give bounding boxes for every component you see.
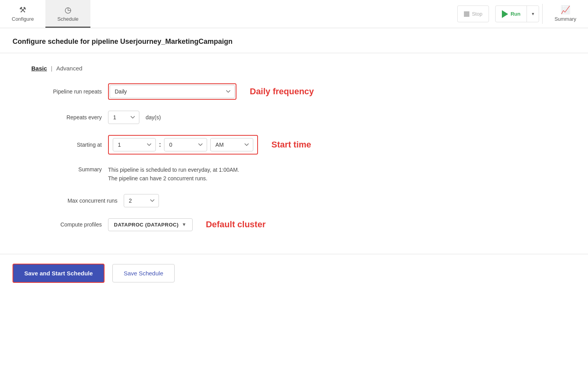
stop-label: Stop (472, 11, 482, 17)
starting-at-label: Starting at (31, 142, 102, 148)
save-and-start-button[interactable]: Save and Start Schedule (13, 264, 105, 283)
pipeline-run-repeats-select[interactable]: Daily Hourly Weekly Monthly (110, 85, 235, 98)
pipeline-run-repeats-row: Pipeline run repeats Daily Hourly Weekly… (31, 83, 557, 100)
nav-configure[interactable]: ⚒ Configure (0, 0, 45, 28)
top-nav: ⚒ Configure ◷ Schedule Stop Run ▼ 📈 Summ… (0, 0, 588, 28)
max-concurrent-label: Max concurrent runs (31, 198, 117, 204)
summary-icon: 📈 (561, 5, 570, 14)
starting-at-period-select[interactable]: AM PM (210, 138, 253, 151)
compute-profiles-label: Compute profiles (31, 221, 102, 228)
page-header: Configure schedule for pipeline Userjour… (0, 28, 588, 53)
compute-profiles-value: DATAPROC (DATAPROC) (114, 222, 179, 228)
nav-configure-label: Configure (12, 16, 34, 22)
tab-advanced[interactable]: Advanced (56, 65, 83, 72)
repeats-every-select[interactable]: 1 2 3 4 5 6 7 (108, 111, 139, 124)
colon-separator: : (159, 141, 161, 148)
run-button[interactable]: Run (496, 6, 527, 22)
compute-dropdown-icon: ▼ (182, 222, 186, 227)
footer-bar: Save and Start Schedule Save Schedule (0, 254, 588, 292)
save-schedule-button[interactable]: Save Schedule (112, 264, 175, 282)
page-content: Configure schedule for pipeline Userjour… (0, 28, 588, 381)
summary-text-block: This pipeline is scheduled to run everyd… (108, 165, 239, 183)
configure-icon: ⚒ (19, 5, 26, 14)
starting-at-hour-select[interactable]: 1 2 3 4 5 6 7 8 9 10 11 12 (113, 138, 156, 151)
nav-schedule-label: Schedule (57, 16, 78, 22)
tab-basic[interactable]: Basic (31, 65, 47, 72)
starting-at-row: Starting at 1 2 3 4 5 6 7 8 9 10 11 12 : (31, 135, 557, 155)
max-concurrent-row: Max concurrent runs 1 2 3 4 5 (31, 194, 557, 207)
run-button-group: Run ▼ (495, 5, 539, 22)
nav-summary[interactable]: 📈 Summary (543, 0, 588, 28)
schedule-icon: ◷ (65, 5, 71, 14)
summary-label: Summary (31, 165, 102, 173)
run-label: Run (510, 11, 520, 17)
starting-at-minute-select[interactable]: 0 5 10 15 20 25 30 35 40 45 50 55 (164, 138, 207, 151)
repeats-every-label: Repeats every (31, 114, 102, 120)
pipeline-run-repeats-highlight: Daily Hourly Weekly Monthly (108, 83, 236, 100)
compute-profiles-row: Compute profiles DATAPROC (DATAPROC) ▼ D… (31, 218, 557, 231)
nav-schedule[interactable]: ◷ Schedule (45, 0, 90, 28)
summary-row: Summary This pipeline is scheduled to ru… (31, 165, 557, 183)
stop-icon (464, 11, 469, 17)
max-concurrent-select[interactable]: 1 2 3 4 5 (124, 194, 159, 207)
tab-separator: | (51, 65, 52, 72)
repeats-every-row: Repeats every 1 2 3 4 5 6 7 day(s) (31, 111, 557, 124)
daily-frequency-annotation: Daily frequency (250, 86, 314, 97)
tab-row: Basic | Advanced (31, 65, 557, 72)
summary-text-line2: The pipeline can have 2 concurrent runs. (108, 174, 239, 183)
run-icon (502, 10, 508, 18)
starting-at-highlight: 1 2 3 4 5 6 7 8 9 10 11 12 : 0 5 1 (108, 135, 258, 155)
run-dropdown-arrow[interactable]: ▼ (527, 6, 539, 22)
form-area: Basic | Advanced Pipeline run repeats Da… (0, 53, 588, 254)
summary-text-line1: This pipeline is scheduled to run everyd… (108, 165, 239, 174)
days-suffix: day(s) (146, 114, 161, 120)
nav-summary-label: Summary (554, 16, 576, 22)
chevron-down-icon: ▼ (531, 12, 535, 16)
compute-profiles-button[interactable]: DATAPROC (DATAPROC) ▼ (108, 218, 193, 231)
page-title: Configure schedule for pipeline Userjour… (13, 38, 575, 46)
stop-button[interactable]: Stop (457, 5, 489, 22)
pipeline-run-repeats-label: Pipeline run repeats (31, 88, 102, 95)
start-time-annotation: Start time (271, 140, 311, 150)
default-cluster-annotation: Default cluster (206, 219, 266, 230)
